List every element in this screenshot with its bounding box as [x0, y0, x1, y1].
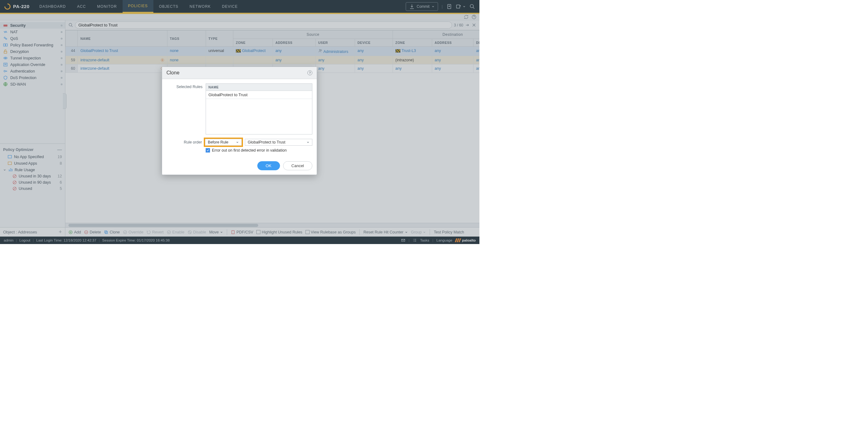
dropdown-value: Before Rule [208, 140, 228, 144]
clone-dialog: Clone ? Selected Rules NAME GlobalProtec… [162, 67, 317, 175]
cancel-button[interactable]: Cancel [283, 161, 312, 170]
name-column-header: NAME [206, 84, 312, 91]
chevron-down-icon [306, 141, 310, 144]
error-out-checkbox-row[interactable]: Error out on first detected error in val… [206, 148, 312, 152]
ok-button[interactable]: OK [257, 161, 280, 170]
error-out-label: Error out on first detected error in val… [212, 148, 286, 152]
chevron-down-icon [236, 141, 239, 144]
dropdown-value: GlobalProtect to Trust [248, 140, 285, 144]
rule-reference-dropdown[interactable]: GlobalProtect to Trust [245, 139, 312, 146]
dialog-header: Clone ? [162, 67, 317, 79]
dialog-title: Clone [166, 70, 180, 76]
rule-order-label: Rule order [166, 140, 202, 144]
help-icon[interactable]: ? [307, 70, 312, 75]
dialog-body: Selected Rules NAME GlobalProtect to Tru… [162, 79, 317, 157]
checkbox-checked-icon [206, 148, 210, 152]
selected-rule-item[interactable]: GlobalProtect to Trust [206, 91, 312, 99]
selected-rules-label: Selected Rules [166, 83, 203, 135]
dialog-footer: OK Cancel [162, 157, 317, 175]
rule-order-dropdown[interactable]: Before Rule [205, 139, 242, 146]
selected-rules-box: NAME GlobalProtect to Trust [206, 83, 312, 135]
